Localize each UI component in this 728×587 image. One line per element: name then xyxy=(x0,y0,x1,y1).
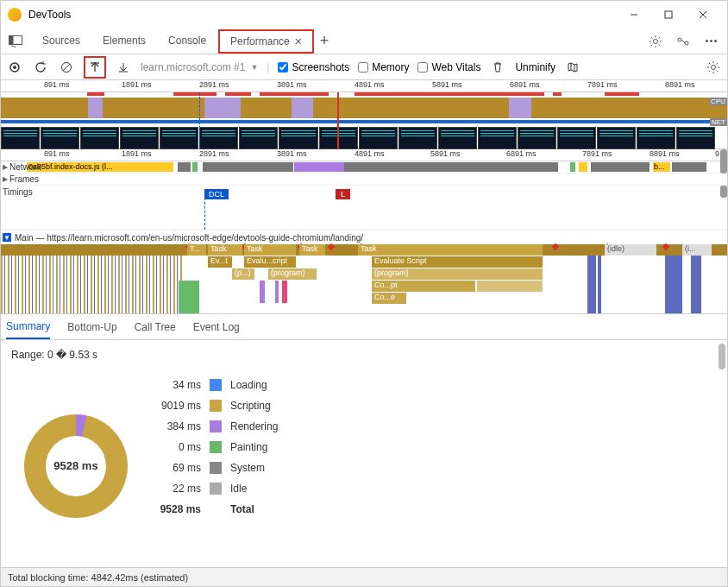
legend-swatch-scripting xyxy=(210,400,222,412)
close-icon[interactable]: × xyxy=(295,35,302,48)
upload-profile-button[interactable] xyxy=(84,56,106,79)
kebab-menu-icon[interactable] xyxy=(703,34,719,49)
tab-call-tree[interactable]: Call Tree xyxy=(135,316,176,338)
net-chart xyxy=(1,120,727,123)
range-label: Range: 0 � 9.53 s xyxy=(11,349,97,361)
timeline-panel[interactable]: 891 ms 1891 ms 2891 ms 3891 ms 4891 ms 5… xyxy=(1,149,727,314)
activity-icon[interactable] xyxy=(675,34,691,49)
legend-swatch-loading xyxy=(210,379,222,391)
summary-panel: Range: 0 � 9.53 s 9528 ms 34 msLoading 9… xyxy=(1,340,727,567)
tab-console[interactable]: Console xyxy=(158,29,217,54)
svg-line-6 xyxy=(11,46,16,47)
svg-line-14 xyxy=(63,64,70,71)
svg-point-12 xyxy=(13,66,16,69)
map-icon[interactable] xyxy=(564,59,581,76)
cpu-label: CPU xyxy=(709,98,727,105)
new-tab-button[interactable]: + xyxy=(314,31,335,52)
flame-dense-region[interactable] xyxy=(1,256,184,313)
main-thread-label: Main — https://learn.microsoft.com/en-us… xyxy=(15,233,363,243)
expand-icon[interactable]: ▶ xyxy=(3,163,8,171)
profile-dropdown[interactable]: learn.microsoft.com #1▼ xyxy=(141,61,258,73)
svg-point-19 xyxy=(712,65,716,69)
tab-performance-label: Performance xyxy=(230,35,290,47)
tab-summary[interactable]: Summary xyxy=(6,315,50,339)
download-button[interactable] xyxy=(115,59,132,76)
minimize-button[interactable] xyxy=(617,3,651,27)
legend-swatch-rendering xyxy=(210,420,222,432)
svg-line-10 xyxy=(681,40,685,43)
maximize-button[interactable] xyxy=(651,3,686,27)
trash-icon[interactable] xyxy=(489,59,506,76)
tab-bottom-up[interactable]: Bottom-Up xyxy=(67,316,116,338)
svg-rect-1 xyxy=(665,11,672,18)
network-row[interactable]: ▶Network 0a85bf.index-docs.js (l... b... xyxy=(1,161,727,174)
overview-ticks: 891 ms 1891 ms 2891 ms 3891 ms 4891 ms 5… xyxy=(1,80,727,92)
unminify-button[interactable]: Unminify xyxy=(515,61,555,73)
main-thread-header[interactable]: ▼ Main — https://learn.microsoft.com/en-… xyxy=(1,230,727,244)
scrollbar[interactable] xyxy=(720,186,727,198)
devtools-tabbar: Sources Elements Console Performance × + xyxy=(1,28,727,54)
frames-row[interactable]: ▶Frames xyxy=(1,174,727,186)
app-icon xyxy=(8,8,22,22)
legend: 34 msLoading 9019 msScripting 384 msRend… xyxy=(149,375,278,557)
chevron-down-icon: ▼ xyxy=(250,63,258,72)
collapse-icon[interactable]: ▼ xyxy=(3,233,11,242)
dcl-marker[interactable]: DCL xyxy=(204,189,229,199)
checkbox-screenshots[interactable]: Screenshots xyxy=(278,61,349,73)
overview-panel[interactable]: 891 ms 1891 ms 2891 ms 3891 ms 4891 ms 5… xyxy=(1,80,727,149)
close-button[interactable] xyxy=(686,3,720,27)
reload-button[interactable] xyxy=(32,59,49,76)
blocking-time-label: Total blocking time: 4842.42ms (estimate… xyxy=(8,572,188,583)
profile-dropdown-label: learn.microsoft.com #1 xyxy=(141,61,245,73)
donut-chart[interactable]: 9528 ms xyxy=(24,414,128,518)
scrollbar[interactable] xyxy=(720,149,727,174)
record-button[interactable] xyxy=(6,59,23,76)
tab-event-log[interactable]: Event Log xyxy=(193,316,240,338)
tab-elements[interactable]: Elements xyxy=(92,29,156,54)
tab-performance[interactable]: Performance × xyxy=(218,29,314,54)
svg-point-9 xyxy=(685,41,688,45)
load-marker[interactable]: L xyxy=(336,189,350,199)
svg-rect-5 xyxy=(9,35,14,44)
svg-point-7 xyxy=(654,39,658,43)
dock-side-icon[interactable] xyxy=(6,32,25,51)
tab-sources[interactable]: Sources xyxy=(32,29,91,54)
donut-total: 9528 ms xyxy=(53,459,97,472)
scrollbar[interactable] xyxy=(719,344,725,369)
svg-point-8 xyxy=(678,38,681,41)
gear-icon[interactable] xyxy=(648,34,663,49)
cpu-chart xyxy=(1,98,727,118)
legend-swatch-system xyxy=(210,462,222,474)
flame-chart[interactable]: T... Task Task Task Task (idle) (i... Ev… xyxy=(1,244,727,313)
legend-swatch-painting xyxy=(210,441,222,453)
performance-toolbar: learn.microsoft.com #1▼ | Screenshots Me… xyxy=(1,54,727,80)
status-bar: Total blocking time: 4842.42ms (estimate… xyxy=(1,567,727,586)
window-title: DevTools xyxy=(28,9,617,21)
timings-row[interactable]: Timings DCL L xyxy=(1,186,727,230)
timeline-ticks: 891 ms 1891 ms 2891 ms 3891 ms 4891 ms 5… xyxy=(1,149,727,161)
window-titlebar: DevTools xyxy=(1,1,727,28)
settings-icon[interactable] xyxy=(705,59,722,76)
checkbox-memory[interactable]: Memory xyxy=(358,61,409,73)
screenshot-strip xyxy=(1,127,715,149)
legend-swatch-idle xyxy=(210,483,222,495)
net-label: NET xyxy=(710,118,727,126)
clear-button[interactable] xyxy=(58,59,75,76)
expand-icon[interactable]: ▶ xyxy=(3,175,8,183)
checkbox-webvitals[interactable]: Web Vitals xyxy=(417,61,480,73)
details-tabs: Summary Bottom-Up Call Tree Event Log xyxy=(1,314,727,340)
